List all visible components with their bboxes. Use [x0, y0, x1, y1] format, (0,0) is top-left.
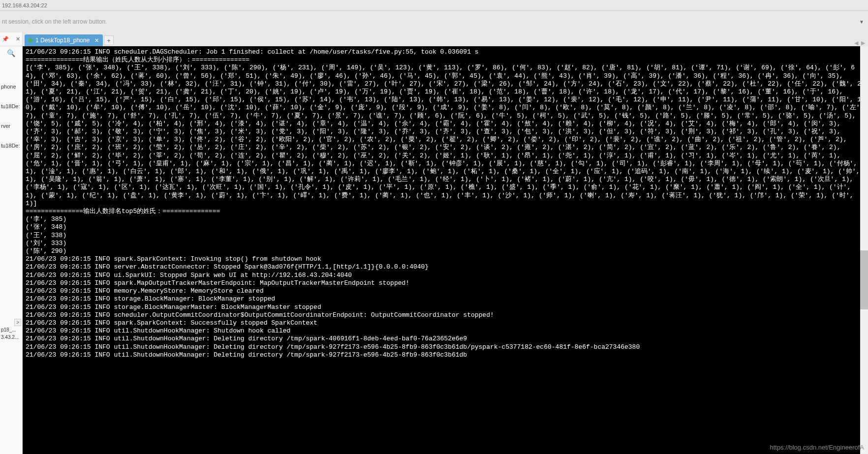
tab-title: DeskTop18_phone [40, 37, 90, 44]
session-item[interactable]: phone [0, 77, 22, 96]
watermark: https://blog.csdn.net/EngineerofA [770, 444, 864, 451]
left-toolbar: 📌 ✕ [0, 32, 22, 46]
session-item[interactable]: tu18De: [0, 136, 22, 155]
terminal-output[interactable]: 21/06/23 09:26:15 INFO scheduler.DAGSche… [23, 46, 868, 454]
pin-icon[interactable]: 📌 [2, 36, 9, 42]
bottom-item[interactable]: p18_... [0, 326, 22, 333]
tab-prev-icon[interactable]: ◀ [854, 40, 858, 46]
scroll-thumb[interactable] [860, 250, 868, 309]
scrollbar[interactable] [860, 46, 868, 454]
tab-close-icon[interactable]: ✕ [94, 37, 99, 44]
tab-next-icon[interactable]: ▶ [861, 40, 865, 46]
bottom-list: p18_... 3.43.2... [0, 326, 22, 341]
session-item[interactable]: tu18De: [0, 96, 22, 116]
search-icon[interactable]: 🔍 [0, 49, 22, 57]
bottom-item[interactable]: 3.43.2... [0, 333, 22, 341]
tab-nav: ◀ ▶ [854, 40, 865, 46]
terminal-tab[interactable]: 1 DeskTop18_phone ✕ [25, 34, 103, 46]
tab-bar: 1 DeskTop18_phone ✕ + ◀ ▶ [23, 32, 868, 46]
add-tab-button[interactable]: + [104, 35, 114, 45]
address-text: 192.168.43.204:22 [2, 2, 47, 8]
tab-index: 1 [35, 37, 39, 44]
session-hint-text: nt session, click on the left arrow butt… [2, 18, 107, 25]
close-icon[interactable]: ✕ [16, 36, 20, 42]
dropdown-icon[interactable]: ▼ [859, 19, 864, 25]
address-bar: 192.168.43.204:22 [0, 0, 868, 11]
session-list: phone tu18De: rver tu18De: [0, 57, 22, 155]
expand-button[interactable]: > [14, 319, 21, 326]
content-area: 1 DeskTop18_phone ✕ + ◀ ▶ 21/06/23 09:26… [23, 32, 868, 454]
session-hint-bar: nt session, click on the left arrow butt… [0, 11, 868, 32]
session-item[interactable]: rver [0, 116, 22, 136]
main-area: 📌 ✕ 🔍 phone tu18De: rver tu18De: > p18_.… [0, 32, 868, 454]
left-panel: 📌 ✕ 🔍 phone tu18De: rver tu18De: > p18_.… [0, 32, 23, 454]
status-dot-icon [29, 38, 32, 42]
